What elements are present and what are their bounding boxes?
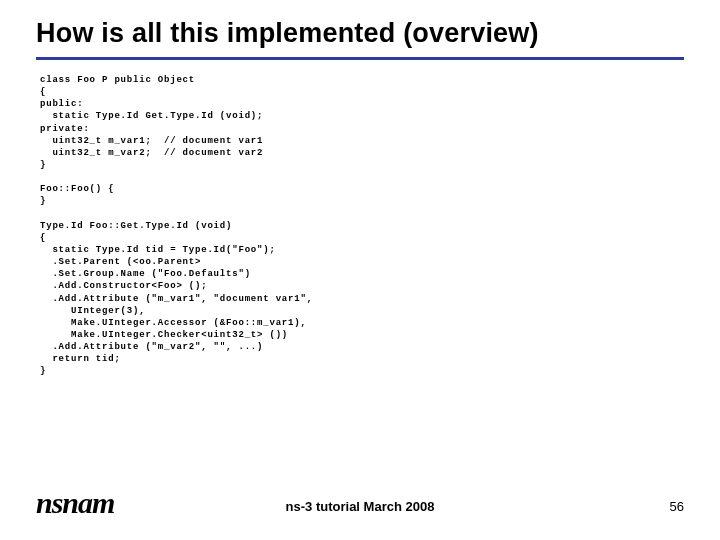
page-title: How is all this implemented (overview) [36, 18, 684, 49]
slide: How is all this implemented (overview) c… [0, 0, 720, 540]
page-number: 56 [670, 499, 684, 514]
title-rule [36, 57, 684, 60]
footer: nsnam ns-3 tutorial March 2008 56 [36, 480, 684, 520]
footer-text: ns-3 tutorial March 2008 [36, 499, 684, 514]
code-block: class Foo P public Object { public: stat… [40, 74, 684, 378]
